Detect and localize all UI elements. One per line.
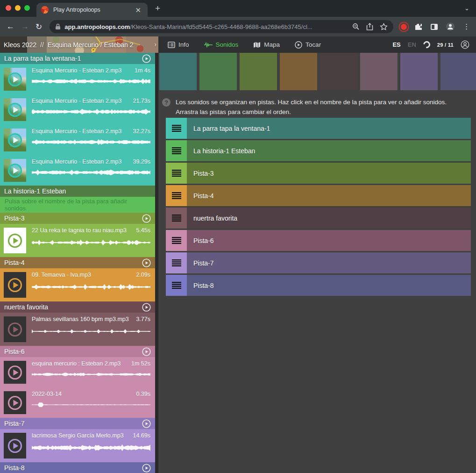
track-row-label[interactable]: Pista-8 [187,275,471,296]
drag-handle-icon[interactable] [166,118,187,139]
nav-tab-info[interactable]: Info [168,41,189,48]
nav-tab-tocar[interactable]: Tocar [295,41,321,49]
track-list: La parra tapa la ventana-1Esquina Mercur… [0,53,158,473]
track-row-label[interactable]: Pista-4 [187,185,471,206]
track-header[interactable]: Pista-3 [0,213,155,224]
zoom-out-icon[interactable] [352,23,360,30]
clip-play-button[interactable] [7,72,23,87]
clip-play-button[interactable] [7,438,23,454]
drag-handle-icon[interactable] [166,140,187,161]
breadcrumb-project[interactable]: Kleos 2022 [4,41,36,49]
track-row[interactable]: Pista-8 [166,275,471,296]
audio-clip[interactable]: Esquina Mercurio - Esteban 2.mp321.73s [0,94,155,125]
track-row[interactable]: Pista-3 [166,163,471,184]
address-bar[interactable]: app.antropoloops.com/Kleos-Santa-Marina/… [50,20,393,33]
breadcrumb[interactable]: Kleos 2022 // Esquina Mercurio / Esteban… [0,36,158,53]
track-row-label[interactable]: La parra tapa la ventana-1 [187,118,471,139]
clip-play-button[interactable] [7,322,23,337]
recorder-extension-icon[interactable] [401,24,407,30]
drag-handle-icon[interactable] [166,163,187,184]
clip-play-button[interactable] [7,132,23,148]
bookmark-star-icon[interactable] [380,23,388,30]
audio-clip[interactable]: esquina mercurio : Esteban 2.mp31m 52s [0,357,155,387]
clip-play-button[interactable] [7,277,23,293]
track-play-icon[interactable] [142,214,151,223]
track-color-swatch [360,53,398,90]
track-play-icon[interactable] [142,347,151,356]
lang-en-button[interactable]: EN [408,41,416,48]
clip-play-button[interactable] [7,395,23,411]
audio-clip[interactable]: 2022-03-140.39s [0,387,155,418]
track-row-label[interactable]: La historia-1 Esteban [187,140,471,161]
clip-play-button[interactable] [7,163,23,179]
drag-handle-icon[interactable] [166,208,187,229]
lang-es-button[interactable]: ES [392,41,400,48]
clip-thumbnail [4,68,26,91]
track-header[interactable]: Pista-4 [0,257,155,268]
clip-play-button[interactable] [7,102,23,118]
track-color-swatch [440,53,476,90]
track-row-label[interactable]: Pista-6 [187,230,471,251]
track-play-icon[interactable] [142,303,151,312]
track-color-swatch [159,53,197,90]
side-panel-icon[interactable] [431,24,438,30]
clip-waveform [32,78,150,85]
account-icon[interactable] [461,40,469,49]
track-header[interactable]: La parra tapa la ventana-1 [0,53,155,64]
audio-clip[interactable]: Esquina Mercurio - Esteban 2.mp339.29s [0,155,155,186]
track-row[interactable]: La parra tapa la ventana-1 [166,118,471,139]
browser-tab-strip: Play Antropoloops ✕ + ⌄ [0,0,476,17]
drag-handle-icon[interactable] [166,252,187,273]
track-color-swatch [320,53,357,90]
tab-search-chevron-icon[interactable]: ⌄ [464,5,469,12]
clip-play-button[interactable] [7,233,23,249]
drag-handle-icon[interactable] [166,185,187,206]
sounds-panel: ? Los sonidos se organizan en pistas. Ha… [158,53,476,473]
audio-clip[interactable]: lacrimosa Sergio García Merlo.mp314.69s [0,429,155,462]
audio-clip[interactable]: 22 Ua reka te tagnia to rau niau.mp35.45… [0,224,155,257]
audio-clip[interactable]: Palmas sevillanas 160 bpm mp3.mp33.77s [0,313,155,346]
close-window-button[interactable] [6,5,11,11]
audio-clip[interactable]: Esquina Mercurio - Esteban 2.mp332.27s [0,125,155,155]
track-header[interactable]: Pista-8 [0,462,155,473]
audio-clip[interactable]: 09. Temaeva - Iva.mp32.09s [0,268,155,301]
track-header[interactable]: La historia-1 Esteban [0,186,155,197]
track-play-icon[interactable] [142,419,151,428]
track-row[interactable]: nuertra favorita [166,208,471,229]
track-row-label[interactable]: nuertra favorita [187,208,471,229]
track-row[interactable]: Pista-7 [166,252,471,273]
track-row[interactable]: Pista-6 [166,230,471,251]
track-row-label[interactable]: Pista-7 [187,252,471,273]
track-play-icon[interactable] [142,464,151,473]
sidebar-scrollbar[interactable] [155,53,158,473]
maximize-window-button[interactable] [24,5,30,11]
share-icon[interactable] [366,23,373,31]
track-header[interactable]: nuertra favorita [0,301,155,313]
clip-play-button[interactable] [7,365,23,380]
nav-tab-mapa[interactable]: Mapa [253,41,280,48]
track-play-icon[interactable] [142,54,151,63]
track-play-icon[interactable] [142,258,151,267]
reload-button[interactable]: ↻ [36,22,42,32]
profile-avatar-icon[interactable] [446,22,455,31]
back-button[interactable]: ← [7,22,14,31]
track-row[interactable]: La historia-1 Esteban [166,140,471,161]
track-row[interactable]: Pista-4 [166,185,471,206]
nav-tab-sonidos[interactable]: Sonidos [204,41,239,48]
forward-button[interactable]: → [21,22,29,31]
track-header[interactable]: Pista-7 [0,418,155,429]
audio-clip[interactable]: Esquina Mercurio - Esteban 2.mp31m 4s [0,64,155,94]
drag-handle-icon[interactable] [166,230,187,251]
track-header[interactable]: Pista-6 [0,346,155,357]
clip-filename: lacrimosa Sergio García Merlo.mp3 [32,432,124,439]
browser-tab[interactable]: Play Antropoloops ✕ [36,3,148,17]
drag-handle-icon[interactable] [166,275,187,296]
tab-close-icon[interactable]: ✕ [133,6,143,14]
minimize-window-button[interactable] [15,5,21,11]
new-tab-button[interactable]: + [155,3,160,14]
menu-kebab-icon[interactable]: ⋮ [463,22,470,31]
track-row-label[interactable]: Pista-3 [187,163,471,184]
clip-waveform [32,169,150,176]
extensions-puzzle-icon[interactable] [415,23,423,31]
tracks-sidebar: La parra tapa la ventana-1Esquina Mercur… [0,53,158,473]
